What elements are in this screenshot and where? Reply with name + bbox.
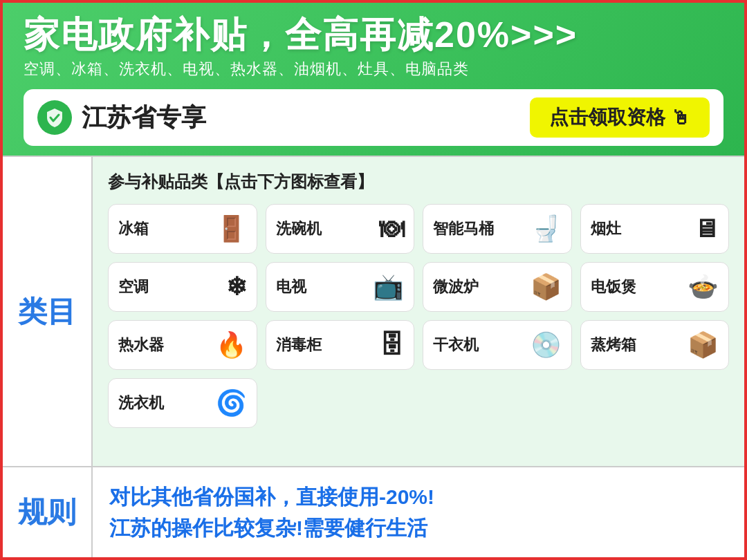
- category-item-label: 热水器: [118, 335, 164, 355]
- category-item-洗衣机[interactable]: 洗衣机🌀: [108, 378, 257, 428]
- category-item-icon: 🌀: [216, 389, 247, 418]
- category-item-洗碗机[interactable]: 洗碗机🍽: [266, 204, 415, 254]
- region-left: 江苏省专享: [37, 100, 206, 135]
- category-item-label: 消毒柜: [276, 335, 322, 355]
- category-item-label: 微波炉: [433, 277, 479, 297]
- region-button[interactable]: 点击领取资格 🖱: [530, 97, 710, 138]
- banner-title: 家电政府补贴，全高再减20%>>>: [24, 15, 723, 55]
- category-item-电饭煲[interactable]: 电饭煲🍲: [580, 262, 730, 312]
- middle-section: 类目 参与补贴品类【点击下方图标查看】 冰箱🚪洗碗机🍽智能马桶🚽烟灶🖥空调❄电视…: [3, 156, 744, 466]
- category-item-电视[interactable]: 电视📺: [266, 262, 415, 312]
- category-item-冰箱[interactable]: 冰箱🚪: [108, 204, 257, 254]
- category-item-icon: 🔥: [216, 330, 247, 360]
- top-banner: 家电政府补贴，全高再减20%>>> 空调、冰箱、洗衣机、电视、热水器、油烟机、灶…: [3, 3, 744, 156]
- category-item-label: 烟灶: [591, 218, 621, 239]
- category-section-title: 参与补贴品类【点击下方图标查看】: [108, 171, 729, 193]
- rules-text: 对比其他省份国补，直接使用-20%!江苏的操作比较复杂!需要健行生活: [109, 481, 728, 543]
- category-item-烟灶[interactable]: 烟灶🖥: [580, 204, 730, 254]
- cursor-icon: 🖱: [671, 106, 690, 129]
- region-label: 江苏省专享: [82, 101, 206, 135]
- category-item-微波炉[interactable]: 微波炉📦: [423, 262, 572, 312]
- category-item-热水器[interactable]: 热水器🔥: [108, 320, 257, 370]
- category-label-col: 类目: [3, 157, 93, 466]
- category-item-icon: 🚽: [531, 214, 562, 243]
- category-item-icon: ❄: [226, 272, 247, 301]
- category-item-icon: 💿: [531, 330, 562, 360]
- region-button-label: 点击领取资格: [549, 104, 665, 131]
- region-row: 江苏省专享 点击领取资格 🖱: [24, 89, 723, 146]
- category-item-icon: 🖥: [694, 214, 719, 243]
- category-item-icon: 📺: [373, 272, 404, 301]
- bottom-section: 规则 对比其他省份国补，直接使用-20%!江苏的操作比较复杂!需要健行生活: [3, 466, 744, 557]
- category-item-label: 电视: [276, 277, 306, 297]
- category-item-icon: 🍲: [688, 272, 719, 301]
- category-item-干衣机[interactable]: 干衣机💿: [423, 320, 572, 370]
- rules-content: 对比其他省份国补，直接使用-20%!江苏的操作比较复杂!需要健行生活: [93, 467, 744, 557]
- category-item-空调[interactable]: 空调❄: [108, 262, 257, 312]
- category-item-icon: 📦: [688, 330, 719, 360]
- category-item-label: 冰箱: [118, 218, 149, 239]
- category-label: 类目: [18, 292, 76, 331]
- category-item-icon: 🗄: [379, 330, 404, 360]
- category-item-icon: 🍽: [379, 214, 404, 243]
- page-wrapper: 家电政府补贴，全高再减20%>>> 空调、冰箱、洗衣机、电视、热水器、油烟机、灶…: [0, 0, 747, 560]
- category-item-label: 干衣机: [433, 335, 479, 355]
- category-item-label: 洗碗机: [276, 218, 322, 239]
- category-item-label: 空调: [118, 277, 149, 297]
- category-item-label: 电饭煲: [591, 277, 636, 297]
- shield-icon: [37, 100, 72, 135]
- category-panel: 参与补贴品类【点击下方图标查看】 冰箱🚪洗碗机🍽智能马桶🚽烟灶🖥空调❄电视📺微波…: [93, 157, 744, 466]
- category-item-消毒柜[interactable]: 消毒柜🗄: [266, 320, 415, 370]
- category-grid: 冰箱🚪洗碗机🍽智能马桶🚽烟灶🖥空调❄电视📺微波炉📦电饭煲🍲热水器🔥消毒柜🗄干衣机…: [108, 204, 729, 428]
- category-item-label: 洗衣机: [118, 393, 164, 413]
- banner-subtitle: 空调、冰箱、洗衣机、电视、热水器、油烟机、灶具、电脑品类: [24, 59, 723, 80]
- category-item-蒸烤箱[interactable]: 蒸烤箱📦: [580, 320, 730, 370]
- category-item-label: 智能马桶: [433, 218, 494, 239]
- category-item-icon: 📦: [531, 272, 562, 301]
- category-item-智能马桶[interactable]: 智能马桶🚽: [423, 204, 572, 254]
- category-item-label: 蒸烤箱: [591, 335, 636, 355]
- rules-label-col: 规则: [3, 467, 93, 557]
- category-item-icon: 🚪: [216, 214, 247, 243]
- rules-label: 规则: [18, 493, 76, 532]
